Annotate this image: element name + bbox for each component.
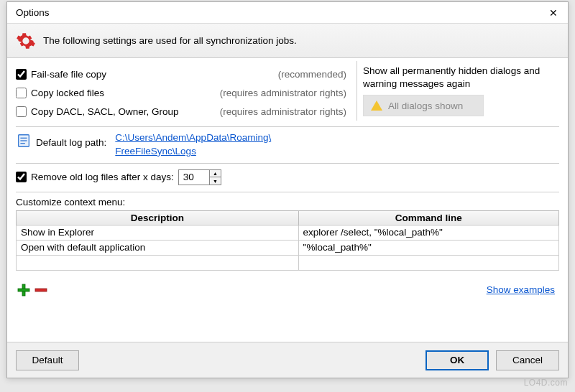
table-row[interactable]: Open with default application "%local_pa… <box>17 240 559 255</box>
table-row[interactable]: Show in Explorer explorer /select, "%loc… <box>17 225 559 240</box>
footer: Default OK Cancel <box>7 342 568 378</box>
context-menu-label: Customize context menu: <box>16 192 559 210</box>
log-path-label: Default log path: <box>36 131 106 148</box>
cell-cmd[interactable]: explorer /select, "%local_path%" <box>298 225 558 240</box>
cell-cmd[interactable] <box>298 255 558 270</box>
remove-old-logs-checkbox[interactable] <box>16 172 27 182</box>
ok-button[interactable]: OK <box>426 350 489 370</box>
window-title: Options <box>16 7 50 18</box>
spinner-buttons: ▲ ▼ <box>209 170 221 185</box>
locked-hint: (requires administrator rights) <box>220 88 351 98</box>
footer-right: OK Cancel <box>426 350 559 370</box>
log-path-value[interactable]: C:\Users\Andem\AppData\Roaming\ FreeFile… <box>115 131 271 159</box>
option-dacl: Copy DACL, SACL, Owner, Group (requires … <box>16 102 351 121</box>
add-row-button[interactable] <box>16 282 32 298</box>
cell-desc[interactable]: Open with default application <box>17 240 299 255</box>
warning-icon <box>371 101 382 111</box>
add-remove-buttons <box>16 282 49 298</box>
show-examples-link[interactable]: Show examples <box>487 284 558 295</box>
spinner-down-icon[interactable]: ▼ <box>210 177 221 185</box>
log-path-link-2[interactable]: FreeFileSync\Logs <box>115 145 271 159</box>
hidden-dialogs-text: Show all permanently hidden dialogs and … <box>363 65 559 90</box>
cell-desc[interactable]: Show in Explorer <box>17 225 299 240</box>
remove-old-logs-text: Remove old log files after x days: <box>31 172 174 182</box>
context-menu-table: Description Command line Show in Explore… <box>16 210 559 271</box>
cell-desc[interactable] <box>17 255 299 270</box>
log-icon <box>16 131 32 149</box>
top-options-row: Fail-safe file copy (recommended) Copy l… <box>16 65 559 127</box>
spinner-up-icon[interactable]: ▲ <box>210 170 221 178</box>
option-failsafe: Fail-safe file copy (recommended) <box>16 65 351 83</box>
after-table-row: Show examples <box>16 271 559 301</box>
default-button[interactable]: Default <box>16 350 79 370</box>
log-path-row: Default log path: C:\Users\Andem\AppData… <box>16 127 559 164</box>
dacl-checkbox[interactable] <box>16 106 27 117</box>
titlebar: Options ✕ <box>7 2 568 24</box>
locked-checkbox[interactable] <box>16 88 27 98</box>
gear-icon <box>16 31 36 51</box>
svg-rect-6 <box>35 289 47 291</box>
failsafe-text: Fail-safe file copy <box>31 69 106 80</box>
dacl-hint: (requires administrator rights) <box>220 106 351 117</box>
header-description: Description <box>17 210 299 225</box>
remove-old-logs-label[interactable]: Remove old log files after x days: <box>16 172 174 182</box>
failsafe-hint: (recommended) <box>278 69 351 80</box>
infobar-text: The following settings are used for all … <box>43 35 297 46</box>
locked-text: Copy locked files <box>31 88 104 98</box>
watermark: LO4D.com <box>524 378 568 388</box>
close-icon[interactable]: ✕ <box>546 7 561 19</box>
all-dialogs-shown-button: All dialogs shown <box>363 95 484 116</box>
cancel-button[interactable]: Cancel <box>496 350 559 370</box>
body: Fail-safe file copy (recommended) Copy l… <box>7 58 568 301</box>
failsafe-checkbox[interactable] <box>16 69 27 80</box>
options-window: Options ✕ The following settings are use… <box>6 1 569 378</box>
options-column: Fail-safe file copy (recommended) Copy l… <box>16 65 351 121</box>
hidden-dialogs-column: Show all permanently hidden dialogs and … <box>356 61 559 121</box>
table-header-row: Description Command line <box>17 210 559 225</box>
option-locked: Copy locked files (requires administrato… <box>16 83 351 102</box>
svg-rect-5 <box>18 289 29 291</box>
dacl-text: Copy DACL, SACL, Owner, Group <box>31 106 179 117</box>
infobar: The following settings are used for all … <box>7 24 568 58</box>
days-input[interactable] <box>179 170 209 185</box>
days-spinner: ▲ ▼ <box>178 169 221 185</box>
option-locked-label[interactable]: Copy locked files <box>16 88 104 98</box>
cell-cmd[interactable]: "%local_path%" <box>298 240 558 255</box>
remove-old-logs-row: Remove old log files after x days: ▲ ▼ <box>16 164 559 192</box>
option-dacl-label[interactable]: Copy DACL, SACL, Owner, Group <box>16 106 179 117</box>
remove-row-button[interactable] <box>33 282 49 298</box>
option-failsafe-label[interactable]: Fail-safe file copy <box>16 69 106 80</box>
log-path-link-1[interactable]: C:\Users\Andem\AppData\Roaming\ <box>115 131 271 145</box>
table-row[interactable] <box>17 255 559 270</box>
header-commandline: Command line <box>298 210 558 225</box>
all-dialogs-shown-label: All dialogs shown <box>388 101 463 111</box>
